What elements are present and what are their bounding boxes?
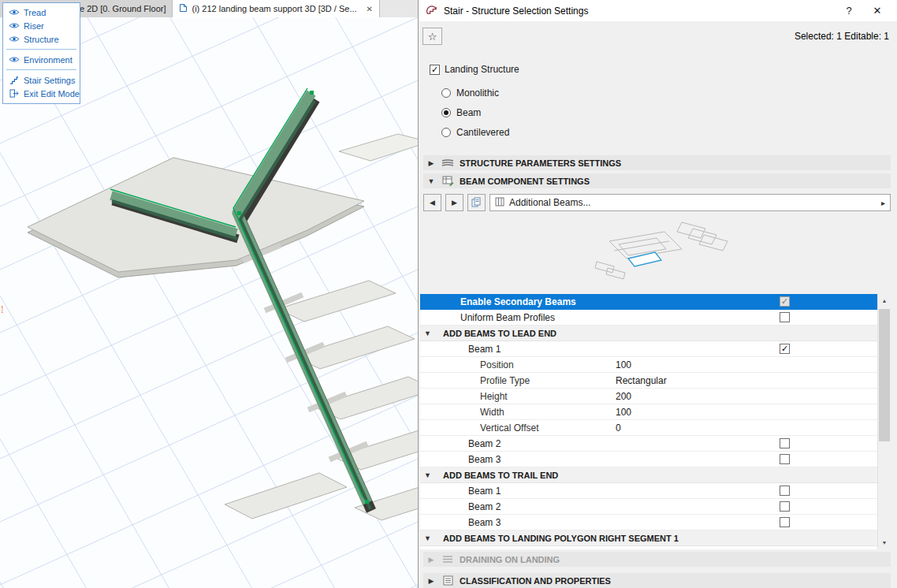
- chevron-down-icon[interactable]: ▼: [424, 534, 431, 542]
- eye-icon: [8, 22, 20, 29]
- landing-structure-checkbox[interactable]: ✓: [430, 65, 440, 75]
- tab-close-icon[interactable]: ✕: [367, 5, 373, 13]
- pager-next-icon[interactable]: ▸: [881, 199, 885, 207]
- structure-parameters-icon: [440, 159, 456, 166]
- row-checkbox[interactable]: [780, 312, 790, 322]
- row-label: Beam 3: [420, 454, 501, 465]
- edit-panel-item-stair-settings[interactable]: Stair Settings: [3, 73, 80, 87]
- row-checkbox[interactable]: [780, 486, 790, 496]
- row-label: Beam 2: [420, 501, 501, 512]
- landing-structure-checkbox-row[interactable]: ✓ Landing Structure: [430, 64, 897, 75]
- radio-icon[interactable]: [441, 88, 451, 98]
- table-row[interactable]: Beam 2: [420, 499, 877, 515]
- transfer-settings-button[interactable]: [467, 194, 486, 211]
- row-checkbox[interactable]: ✓: [780, 296, 790, 307]
- section-label: BEAM COMPONENT SETTINGS: [460, 177, 590, 186]
- row-value[interactable]: Rectangular: [616, 375, 667, 386]
- chevron-down-icon[interactable]: ▼: [424, 329, 431, 337]
- eye-icon: [8, 9, 20, 16]
- row-value[interactable]: 200: [616, 391, 631, 402]
- beam-component-icon: [440, 176, 456, 186]
- next-page-button[interactable]: ▶: [445, 194, 463, 211]
- edit-panel-item-tread[interactable]: Tread: [3, 6, 80, 19]
- table-row[interactable]: Position100: [420, 357, 877, 373]
- divider: [6, 69, 76, 70]
- radio-label: Beam: [456, 107, 481, 118]
- pages-icon: [471, 197, 482, 209]
- edit-panel-item-riser[interactable]: Riser: [3, 19, 80, 32]
- previous-page-button[interactable]: ◀: [423, 194, 441, 211]
- tab-landing-beam-3d[interactable]: (i) 212 landing beam support 3D [3D / Se…: [173, 0, 380, 17]
- table-row[interactable]: Profile TypeRectangular: [420, 373, 877, 389]
- table-group-row[interactable]: ▼ADD BEAMS TO LEAD END: [420, 326, 877, 341]
- radio-beam[interactable]: Beam: [441, 102, 897, 122]
- table-row[interactable]: Beam 3: [420, 515, 877, 530]
- section-beam-component[interactable]: ▼ BEAM COMPONENT SETTINGS: [423, 173, 891, 188]
- section-draining-on-landing[interactable]: ▶ DRAINING ON LANDING: [423, 552, 891, 567]
- radio-monolithic[interactable]: Monolithic: [441, 83, 897, 102]
- row-label: Beam 1: [420, 344, 501, 355]
- star-icon: ☆: [428, 31, 437, 43]
- chevron-down-icon[interactable]: ▼: [424, 471, 431, 479]
- row-value[interactable]: 100: [616, 407, 631, 418]
- chevron-right-icon[interactable]: ▶: [426, 159, 436, 167]
- radio-cantilevered[interactable]: Cantilevered: [441, 122, 897, 142]
- row-checkbox[interactable]: [780, 501, 790, 512]
- table-row[interactable]: Height200: [420, 389, 877, 404]
- row-value[interactable]: 100: [616, 359, 631, 370]
- radio-icon[interactable]: [441, 128, 451, 137]
- table-row[interactable]: Width100: [420, 404, 877, 420]
- row-checkbox[interactable]: ✓: [780, 344, 790, 354]
- scroll-down-icon[interactable]: ▼: [878, 536, 891, 549]
- row-checkbox[interactable]: [780, 438, 790, 448]
- table-group-row[interactable]: ▼ADD BEAMS TO TRAIL END: [420, 467, 877, 483]
- favorites-button[interactable]: ☆: [422, 28, 442, 45]
- section-label: DRAINING ON LANDING: [460, 555, 560, 564]
- row-label: Beam 3: [420, 517, 501, 528]
- section-structure-parameters[interactable]: ▶ STRUCTURE PARAMETERS SETTINGS: [423, 155, 891, 170]
- draining-icon: [440, 555, 456, 564]
- close-icon[interactable]: ✕: [865, 5, 889, 17]
- arrow-left-icon: ◀: [430, 199, 435, 207]
- table-row[interactable]: Beam 1: [420, 483, 877, 499]
- edit-panel-item-exit-edit-mode[interactable]: Exit Edit Mode: [3, 87, 80, 100]
- edit-panel-label: Structure: [24, 35, 59, 44]
- row-label: Beam 2: [420, 438, 501, 449]
- stair-settings-icon: [8, 76, 20, 84]
- table-row[interactable]: Beam 1✓: [420, 341, 877, 357]
- table-group-row[interactable]: ▼ADD BEAMS TO LANDING POLYGON RIGHT SEGM…: [420, 530, 877, 546]
- section-classification-properties[interactable]: ▶ CLASSIFICATION AND PROPERTIES: [423, 573, 891, 588]
- eye-icon: [8, 56, 20, 63]
- table-row[interactable]: Beam 2: [420, 436, 877, 452]
- section-label: CLASSIFICATION AND PROPERTIES: [460, 576, 611, 586]
- additional-beams-dropdown[interactable]: Additional Beams... ▸: [489, 194, 891, 211]
- row-label: Height: [420, 391, 508, 402]
- table-row[interactable]: Enable Secondary Beams✓: [420, 294, 877, 310]
- help-icon[interactable]: ?: [839, 5, 859, 17]
- table-row[interactable]: Uniform Beam Profiles: [420, 310, 877, 326]
- radio-icon[interactable]: [441, 108, 451, 117]
- chevron-right-icon[interactable]: ▶: [426, 556, 436, 564]
- table-scrollbar[interactable]: ▲ ▼: [877, 294, 891, 549]
- table-row[interactable]: Beam 3: [420, 452, 877, 467]
- favorites-row: ☆ Selected: 1 Editable: 1: [422, 28, 889, 45]
- chevron-right-icon[interactable]: ▶: [426, 577, 436, 585]
- table-row[interactable]: Vertical Offset0: [420, 420, 877, 436]
- row-label: ADD BEAMS TO TRAIL END: [420, 471, 558, 480]
- chevron-down-icon[interactable]: ▼: [426, 177, 436, 185]
- row-label: ADD BEAMS TO LANDING POLYGON RIGHT SEGME…: [420, 534, 679, 543]
- palette-dock-marker[interactable]: ⁞: [1, 306, 4, 313]
- scrollbar-track[interactable]: [878, 307, 891, 536]
- structure-type-radio-group: Monolithic Beam Cantilevered: [441, 83, 897, 142]
- scrollbar-thumb[interactable]: [879, 309, 890, 441]
- row-checkbox[interactable]: [780, 454, 790, 464]
- beam-preview-image: [419, 216, 897, 292]
- row-value[interactable]: 0: [616, 422, 621, 434]
- section-label: STRUCTURE PARAMETERS SETTINGS: [460, 158, 621, 168]
- edit-panel-item-structure[interactable]: Structure: [3, 32, 80, 46]
- dialog-title: Stair - Structure Selection Settings: [444, 6, 588, 17]
- scroll-up-icon[interactable]: ▲: [878, 294, 891, 307]
- beam-profile-icon: [495, 197, 504, 209]
- row-checkbox[interactable]: [780, 517, 790, 527]
- edit-panel-item-environment[interactable]: Environment: [3, 53, 80, 66]
